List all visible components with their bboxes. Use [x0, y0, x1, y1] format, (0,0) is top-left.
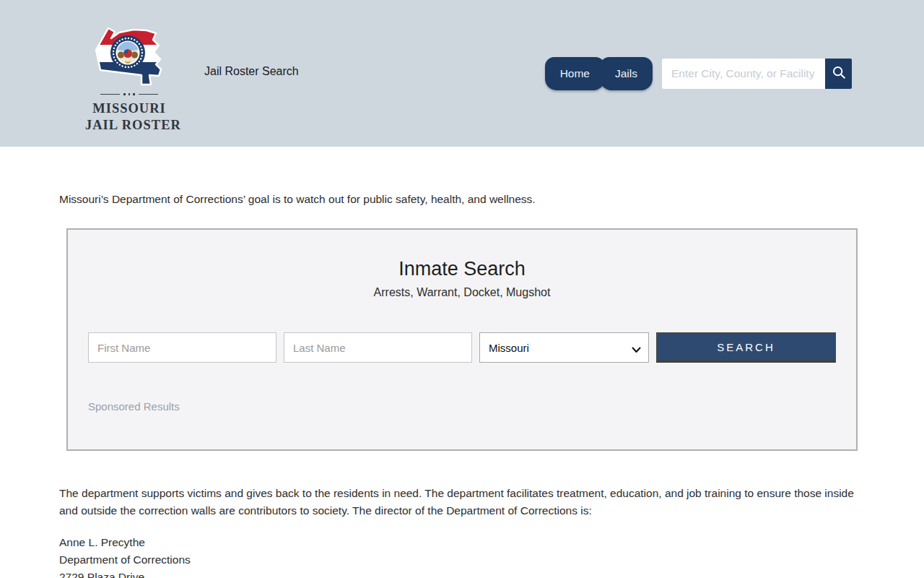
- first-name-input[interactable]: [88, 332, 276, 363]
- department-description: The department supports victims and give…: [59, 485, 865, 519]
- facility-search-input[interactable]: [662, 59, 825, 89]
- site-header: MISSOURI JAIL ROSTER Jail Roster Search …: [0, 0, 924, 147]
- main-nav: Home Jails: [545, 57, 852, 90]
- sponsored-results-label: Sponsored Results: [88, 400, 836, 413]
- search-icon: [831, 64, 847, 82]
- inmate-search-subtitle: Arrests, Warrant, Docket, Mugshot: [88, 286, 836, 299]
- inmate-search-form: Missouri SEARCH: [88, 332, 836, 363]
- intro-text: Missouri’s Department of Corrections’ go…: [59, 193, 865, 206]
- nav-jails-button[interactable]: Jails: [600, 57, 653, 90]
- contact-block: Anne L. Precythe Department of Correctio…: [59, 534, 865, 578]
- inmate-search-panel: Inmate Search Arrests, Warrant, Docket, …: [66, 228, 858, 451]
- site-title: Jail Roster Search: [204, 65, 299, 78]
- state-select-wrap: Missouri: [479, 332, 649, 363]
- state-select[interactable]: Missouri: [479, 332, 649, 363]
- inmate-search-button[interactable]: SEARCH: [656, 332, 836, 363]
- last-name-input[interactable]: [284, 332, 472, 363]
- contact-line-director: Anne L. Precythe: [59, 534, 865, 551]
- logo-text-line1: MISSOURI: [85, 100, 173, 117]
- inmate-search-title: Inmate Search: [88, 258, 836, 280]
- nav-home-button[interactable]: Home: [545, 57, 605, 90]
- contact-line-street: 2729 Plaza Drive: [59, 569, 865, 578]
- contact-line-department: Department of Corrections: [59, 551, 865, 569]
- logo-text-line2: JAIL ROSTER: [85, 117, 173, 134]
- missouri-flag-state-icon: [85, 21, 173, 88]
- site-logo[interactable]: MISSOURI JAIL ROSTER: [85, 21, 173, 134]
- main-content: Missouri’s Department of Corrections’ go…: [59, 193, 865, 578]
- header-search-group: [662, 59, 852, 89]
- header-search-button[interactable]: [825, 59, 852, 89]
- logo-divider: [85, 93, 173, 96]
